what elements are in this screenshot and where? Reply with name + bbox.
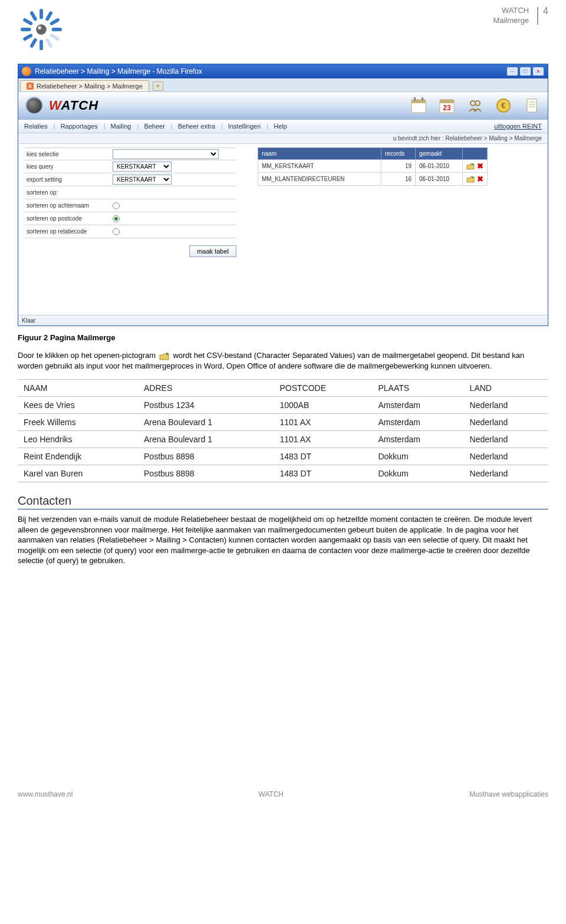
euro-icon[interactable]: € xyxy=(495,97,512,114)
cell-naam: MM_KERSTKAART xyxy=(258,160,381,173)
window-titlebar: Relatiebeheer > Mailing > Mailmerge - Mo… xyxy=(18,64,548,78)
section-heading: Contacten xyxy=(18,494,548,509)
status-bar: Klaar xyxy=(18,315,548,325)
csv-h2: POSTCODE xyxy=(274,380,372,397)
select-kies-selectie[interactable] xyxy=(113,149,219,159)
app-screenshot: Relatiebeheer > Mailing > Mailmerge - Mo… xyxy=(18,64,548,326)
label-kies-selectie: kies selectie xyxy=(24,151,113,157)
table-row: Freek WillemsArena Boulevard 11101 AXAms… xyxy=(18,414,548,431)
csv-cell: Nederland xyxy=(464,465,548,482)
csv-cell: 1101 AX xyxy=(274,431,372,448)
select-kies-query[interactable]: KERSTKAART xyxy=(113,162,172,172)
th-records: records xyxy=(381,148,416,160)
paragraph-2: Bij het verzenden van e-mails vanuit de … xyxy=(18,514,548,566)
svg-rect-7 xyxy=(50,18,60,26)
footer-right: Musthave webapplicaties xyxy=(469,790,548,798)
users-icon[interactable] xyxy=(466,97,484,114)
open-icon[interactable] xyxy=(466,163,475,170)
panel-right: naam records gemaakt MM_KERSTKAART 19 06… xyxy=(258,147,488,309)
csv-cell: Dokkum xyxy=(372,448,463,465)
open-file-icon xyxy=(159,352,170,360)
csv-cell: 1483 DT xyxy=(274,448,372,465)
agenda-icon[interactable] xyxy=(410,97,427,114)
cell-gemaakt: 06-01-2010 xyxy=(416,173,463,186)
close-button[interactable]: × xyxy=(532,67,544,76)
radio-achternaam[interactable] xyxy=(113,202,120,209)
menu-help[interactable]: Help xyxy=(274,123,287,130)
maak-tabel-button[interactable]: maak tabel xyxy=(189,245,236,257)
svg-rect-15 xyxy=(412,100,426,103)
browser-tab[interactable]: X Relatiebeheer > Mailing > Mailmerge xyxy=(20,80,149,91)
window-title: Relatiebeheer > Mailing > Mailmerge - Mo… xyxy=(35,67,202,75)
menu-mailing[interactable]: Mailing xyxy=(111,123,131,130)
cell-gemaakt: 06-01-2010 xyxy=(416,160,463,173)
svg-rect-13 xyxy=(29,11,38,21)
csv-h3: PLAATS xyxy=(372,380,463,397)
svg-point-21 xyxy=(470,101,475,106)
svg-point-22 xyxy=(475,101,480,106)
label-kies-query: kies query xyxy=(24,163,113,170)
svg-rect-2 xyxy=(40,9,43,19)
svg-rect-12 xyxy=(22,18,33,26)
csv-table: NAAM ADRES POSTCODE PLAATS LAND Kees de … xyxy=(18,379,548,482)
cell-records: 16 xyxy=(381,173,416,186)
svg-point-0 xyxy=(36,24,47,35)
logout-link[interactable]: uitloggen REINT xyxy=(494,123,542,130)
svg-rect-8 xyxy=(50,33,60,41)
open-icon[interactable] xyxy=(466,176,475,183)
select-export-setting[interactable]: KERSTKAART xyxy=(113,175,172,185)
csv-cell: 1483 DT xyxy=(274,465,372,482)
delete-icon[interactable]: ✖ xyxy=(477,175,483,183)
mm-table: naam records gemaakt MM_KERSTKAART 19 06… xyxy=(258,147,488,186)
cell-naam: MM_KLANTENDIRECTEUREN xyxy=(258,173,381,186)
svg-rect-5 xyxy=(52,28,62,31)
delete-icon[interactable]: ✖ xyxy=(477,162,483,170)
svg-rect-16 xyxy=(414,97,416,101)
table-row: MM_KLANTENDIRECTEUREN 16 06-01-2010 ✖ xyxy=(258,173,488,186)
menu-rapportages[interactable]: Rapportages xyxy=(61,123,98,130)
label-export-setting: export setting xyxy=(24,176,113,183)
csv-h1: ADRES xyxy=(138,380,274,397)
footer-center: WATCH xyxy=(258,790,284,798)
panel-left: kies selectie kies query KERSTKAART expo… xyxy=(24,147,236,309)
label-sort-relatiecode: sorteren op relatiecode xyxy=(24,228,113,235)
header-module: Mailmerge xyxy=(493,16,529,26)
new-tab-button[interactable]: + xyxy=(153,81,163,91)
para1a: Door te klikken op het openen-pictogram xyxy=(18,351,158,360)
th-gemaakt: gemaakt xyxy=(416,148,463,160)
radio-relatiecode[interactable] xyxy=(113,228,120,235)
csv-cell: Nederland xyxy=(464,431,548,448)
csv-cell: Postbus 8898 xyxy=(138,448,274,465)
menu-beheer-extra[interactable]: Beheer extra xyxy=(178,123,215,130)
csv-cell: Postbus 1234 xyxy=(138,397,274,414)
footer-left: www.musthave.nl xyxy=(18,790,73,798)
minimize-button[interactable]: – xyxy=(506,67,518,76)
svg-rect-19 xyxy=(440,100,454,103)
svg-rect-4 xyxy=(21,28,31,31)
menu-instellingen[interactable]: Instellingen xyxy=(228,123,261,130)
breadcrumb: u bevindt zich hier : Relatiebeheer > Ma… xyxy=(18,133,548,144)
csv-cell: Freek Willems xyxy=(18,414,138,431)
label-sort-achternaam: sorteren op achternaam xyxy=(24,202,113,209)
document-icon[interactable] xyxy=(523,97,541,114)
csv-cell: Nederland xyxy=(464,448,548,465)
svg-rect-6 xyxy=(45,11,53,21)
csv-cell: Amsterdam xyxy=(372,431,463,448)
radio-postcode[interactable] xyxy=(113,215,120,222)
csv-cell: 1000AB xyxy=(274,397,372,414)
svg-rect-25 xyxy=(527,99,537,112)
csv-cell: Reint Endendijk xyxy=(18,448,138,465)
csv-cell: Amsterdam xyxy=(372,414,463,431)
table-row: Leo HendriksArena Boulevard 11101 AXAmst… xyxy=(18,431,548,448)
csv-cell: Kees de Vries xyxy=(18,397,138,414)
maximize-button[interactable]: □ xyxy=(519,67,531,76)
calendar-icon[interactable]: 23 xyxy=(438,97,456,114)
table-row: Karel van BurenPostbus 88981483 DTDokkum… xyxy=(18,465,548,482)
menu-relaties[interactable]: Relaties xyxy=(24,123,48,130)
brand-text: WATCH xyxy=(49,98,98,113)
svg-rect-11 xyxy=(22,33,33,41)
csv-cell: Arena Boulevard 1 xyxy=(138,431,274,448)
work-area: kies selectie kies query KERSTKAART expo… xyxy=(18,144,548,315)
menu-beheer[interactable]: Beheer xyxy=(144,123,164,130)
csv-cell: Postbus 8898 xyxy=(138,465,274,482)
